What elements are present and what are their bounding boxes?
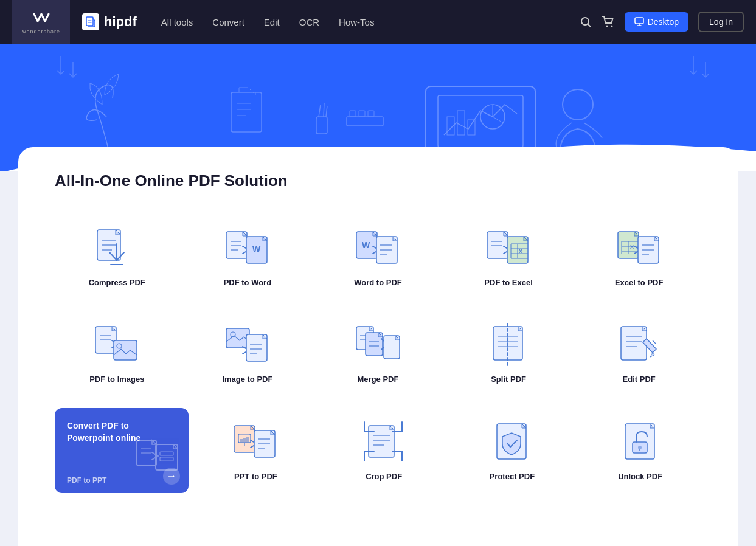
tool-crop-pdf-label: Crop PDF bbox=[366, 472, 402, 481]
svg-text:W: W bbox=[362, 240, 370, 250]
svg-rect-103 bbox=[243, 438, 246, 443]
search-button[interactable] bbox=[580, 16, 592, 28]
section-title: All-In-One Online PDF Solution bbox=[55, 171, 701, 190]
login-label: Log In bbox=[709, 17, 733, 27]
tool-pdf-to-word-label: PDF to Word bbox=[224, 278, 271, 287]
promo-arrow-icon: → bbox=[167, 471, 176, 482]
main-card: All-In-One Online PDF Solution Compress … bbox=[18, 147, 738, 546]
navbar-nav: All tools Convert Edit OCR How-Tos bbox=[161, 17, 580, 27]
tool-split-pdf-label: Split PDF bbox=[491, 375, 526, 384]
tool-unlock-pdf[interactable]: Unlock PDF bbox=[579, 409, 701, 493]
tool-merge-pdf-label: Merge PDF bbox=[358, 375, 399, 384]
svg-rect-4 bbox=[635, 18, 643, 24]
svg-line-92 bbox=[653, 340, 656, 344]
tool-merge-pdf[interactable]: Merge PDF bbox=[316, 311, 440, 396]
svg-point-2 bbox=[606, 26, 608, 27]
tool-protect-pdf-label: Protect PDF bbox=[490, 472, 535, 481]
navbar-actions: Desktop Log In bbox=[580, 12, 744, 32]
svg-line-20 bbox=[326, 106, 327, 117]
svg-rect-25 bbox=[231, 92, 262, 132]
svg-rect-17 bbox=[316, 117, 327, 134]
tool-ppt-to-pdf[interactable]: PPT to PDF bbox=[195, 409, 317, 493]
svg-text:W: W bbox=[252, 244, 261, 254]
svg-text:X: X bbox=[630, 244, 634, 250]
tool-pdf-to-excel-label: PDF to Excel bbox=[484, 278, 532, 287]
login-button[interactable]: Log In bbox=[698, 12, 744, 32]
svg-rect-109 bbox=[369, 426, 394, 457]
tool-excel-to-pdf[interactable]: X Excel to PDF bbox=[577, 215, 701, 299]
svg-rect-104 bbox=[246, 437, 249, 443]
tool-image-to-pdf-label: Image to PDF bbox=[222, 375, 272, 384]
svg-line-19 bbox=[324, 103, 324, 117]
svg-point-1 bbox=[581, 18, 589, 25]
tool-crop-pdf[interactable]: Crop PDF bbox=[323, 409, 445, 493]
tool-pdf-to-images-label: PDF to Images bbox=[89, 375, 144, 384]
wondershare-logo[interactable]: wondershare bbox=[12, 0, 70, 44]
tool-pdf-to-word[interactable]: W PDF to Word bbox=[186, 215, 310, 299]
svg-text:X: X bbox=[519, 248, 522, 254]
promo-arrow[interactable]: → bbox=[163, 468, 180, 485]
svg-rect-16 bbox=[368, 111, 374, 117]
nav-ocr[interactable]: OCR bbox=[299, 17, 319, 27]
promo-card[interactable]: Convert PDF to Powerpoint online PDF to … bbox=[55, 408, 189, 493]
tool-compress-pdf-label: Compress PDF bbox=[89, 278, 145, 287]
tool-ppt-to-pdf-label: PPT to PDF bbox=[234, 472, 277, 481]
tool-word-to-pdf-label: Word to PDF bbox=[354, 278, 401, 287]
svg-point-116 bbox=[638, 446, 642, 449]
tools-row-3: Convert PDF to Powerpoint online PDF to … bbox=[55, 408, 701, 493]
svg-rect-14 bbox=[350, 111, 356, 117]
tool-split-pdf[interactable]: Split PDF bbox=[446, 311, 571, 396]
svg-rect-97 bbox=[160, 452, 173, 455]
nav-all-tools[interactable]: All tools bbox=[161, 17, 193, 27]
desktop-label: Desktop bbox=[648, 17, 679, 27]
wondershare-text: wondershare bbox=[22, 29, 60, 35]
tools-row-1: Compress PDF W PDF to Word W bbox=[55, 215, 701, 299]
tool-image-to-pdf[interactable]: Image to PDF bbox=[186, 311, 310, 396]
svg-point-3 bbox=[611, 26, 612, 27]
svg-rect-88 bbox=[621, 327, 647, 360]
tool-edit-pdf-label: Edit PDF bbox=[623, 375, 656, 384]
svg-rect-114 bbox=[625, 424, 654, 459]
tool-unlock-pdf-label: Unlock PDF bbox=[618, 472, 662, 481]
hipdf-name: hipdf bbox=[104, 14, 137, 30]
nav-how-tos[interactable]: How-Tos bbox=[339, 17, 374, 27]
svg-rect-68 bbox=[114, 340, 137, 360]
nav-convert[interactable]: Convert bbox=[212, 17, 244, 27]
svg-rect-9 bbox=[457, 111, 465, 135]
tool-pdf-to-excel[interactable]: X PDF to Excel bbox=[446, 215, 571, 299]
navbar: wondershare hipdf All tools Convert Edit… bbox=[0, 0, 756, 44]
tool-compress-pdf[interactable]: Compress PDF bbox=[55, 215, 179, 299]
tool-protect-pdf[interactable]: Protect PDF bbox=[451, 409, 574, 493]
tools-row-2: PDF to Images Image to PDF bbox=[55, 311, 701, 396]
hipdf-icon bbox=[82, 13, 99, 30]
nav-edit[interactable]: Edit bbox=[264, 17, 280, 27]
svg-point-12 bbox=[563, 89, 593, 120]
svg-rect-15 bbox=[359, 111, 365, 117]
cart-button[interactable] bbox=[602, 16, 615, 28]
tool-word-to-pdf[interactable]: W Word to PDF bbox=[316, 215, 440, 299]
svg-rect-0 bbox=[86, 17, 93, 26]
svg-rect-102 bbox=[240, 439, 243, 443]
tool-excel-to-pdf-label: Excel to PDF bbox=[615, 278, 663, 287]
hipdf-logo[interactable]: hipdf bbox=[70, 13, 149, 30]
tool-edit-pdf[interactable]: Edit PDF bbox=[577, 311, 701, 396]
tool-pdf-to-images[interactable]: PDF to Images bbox=[55, 311, 179, 396]
svg-line-18 bbox=[319, 105, 321, 117]
desktop-button[interactable]: Desktop bbox=[625, 12, 688, 32]
svg-rect-13 bbox=[347, 117, 383, 126]
svg-rect-98 bbox=[160, 457, 173, 461]
promo-badge: PDF to PPT bbox=[67, 476, 106, 485]
